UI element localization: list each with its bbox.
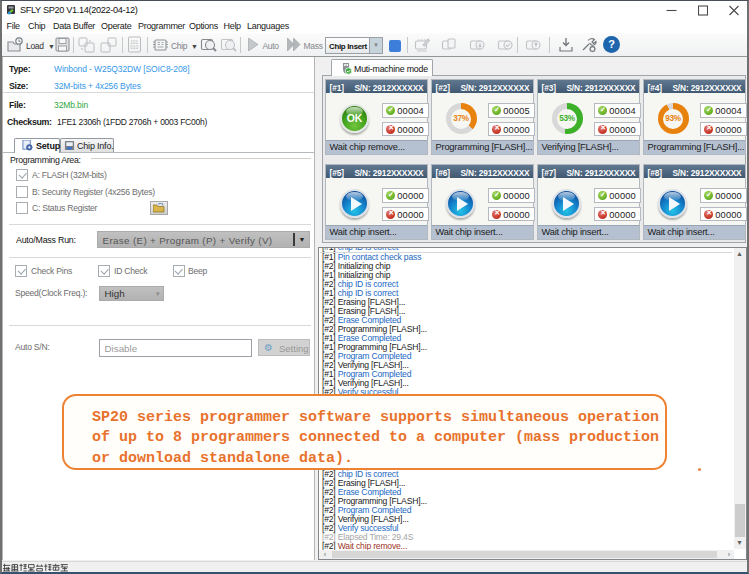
svg-text:010: 010 [130,44,139,50]
